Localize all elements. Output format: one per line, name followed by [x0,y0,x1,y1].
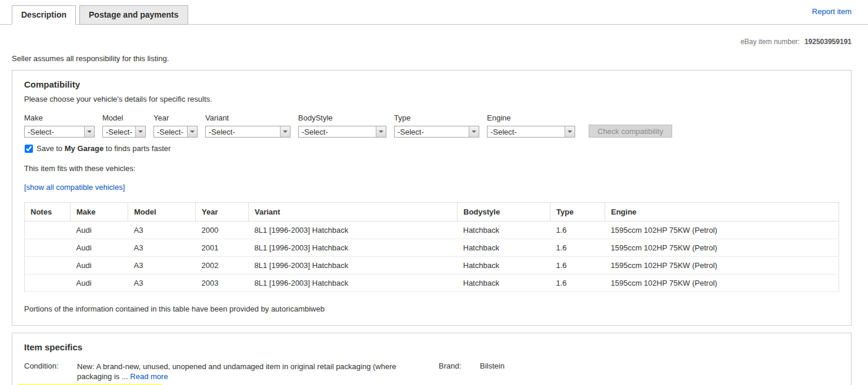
check-compatibility-button[interactable]: Check compatibility [589,125,672,138]
table-cell: Audi [71,222,128,239]
table-cell: 1595ccm 102HP 75KW (Petrol) [605,257,839,274]
table-row: Audi A3 2001 8L1 [1996-2003] Hatchback H… [25,239,839,257]
table-cell: 2001 [196,239,249,257]
make-select[interactable]: -Select- [24,126,95,138]
chevron-down-icon [376,126,386,137]
selector-model: Model -Select- [102,113,146,138]
type-label: Type [394,113,479,122]
model-select[interactable]: -Select- [102,126,146,138]
col-header-engine: Engine [605,203,839,222]
table-cell: Hatchback [458,222,550,239]
table-row: Audi A3 2000 8L1 [1996-2003] Hatchback H… [25,222,839,239]
report-item-link[interactable]: Report item [812,7,852,16]
brand-value: Bilstein [480,361,505,370]
selector-variant: Variant -Select- [205,113,291,138]
compatibility-table: Notes Make Model Year Variant Bodystyle … [24,202,839,292]
compatibility-title: Compatibility [24,79,839,89]
chevron-down-icon [469,126,479,137]
chevron-down-icon [565,126,575,137]
save-garage-row: Save to My Garage to finds parts faster [24,144,839,153]
table-cell: A3 [128,222,196,239]
condition-row: Condition: New: A brand-new, unused, uno… [24,361,839,381]
selector-type: Type -Select- [394,113,479,138]
save-garage-checkbox[interactable] [25,145,33,153]
seller-note: Seller assumes all responsibility for th… [12,54,868,63]
table-cell: 1.6 [550,239,605,257]
tab-bar: Description Postage and payments Report … [0,0,868,25]
read-more-link[interactable]: Read more [130,372,168,381]
compatibility-subtitle: Please choose your vehicle's details for… [24,95,839,103]
item-specifics-section: Item specifics Condition: New: A brand-n… [12,333,852,385]
table-row: Audi A3 2002 8L1 [1996-2003] Hatchback H… [25,257,839,274]
selector-make: Make -Select- [24,113,95,138]
save-garage-text: Save to My Garage to finds parts faster [36,144,171,153]
table-cell: 1595ccm 102HP 75KW (Petrol) [605,239,839,257]
selector-bodystyle: BodyStyle -Select- [298,113,386,138]
table-cell: A3 [128,239,196,257]
item-specifics-content: Condition: New: A brand-new, unused, uno… [24,361,839,385]
table-cell [25,222,71,239]
table-footnote: Portions of the information contained in… [24,304,839,313]
table-row: Audi A3 2003 8L1 [1996-2003] Hatchback H… [25,274,839,292]
col-header-model: Model [128,203,196,222]
type-select[interactable]: -Select- [394,126,479,138]
selector-year: Year -Select- [153,113,198,138]
table-cell: 2003 [196,274,249,292]
table-cell: A3 [128,274,196,292]
table-cell: 8L1 [1996-2003] Hatchback [249,257,458,274]
table-cell: Audi [71,274,128,292]
table-cell: 2002 [196,257,249,274]
engine-label: Engine [487,113,575,122]
year-select[interactable]: -Select- [153,126,198,138]
col-header-type: Type [550,203,605,222]
table-cell: 1.6 [550,222,605,239]
selector-engine: Engine -Select- [487,113,575,138]
table-cell: Audi [71,239,128,257]
make-label: Make [24,113,95,122]
table-cell: 8L1 [1996-2003] Hatchback [249,274,458,292]
table-cell: 1.6 [550,274,605,292]
condition-label: Condition: [24,361,77,370]
item-specifics-title: Item specifics [24,342,839,352]
col-header-make: Make [71,203,128,222]
col-header-notes: Notes [25,203,71,222]
col-header-bodystyle: Bodystyle [458,203,550,222]
table-cell: 8L1 [1996-2003] Hatchback [249,239,458,257]
engine-select[interactable]: -Select- [487,126,575,138]
col-header-year: Year [196,203,249,222]
chevron-down-icon [280,126,290,137]
table-cell: Audi [71,257,128,274]
table-cell [25,274,71,292]
table-cell: 1595ccm 102HP 75KW (Petrol) [605,222,839,239]
table-cell: 1595ccm 102HP 75KW (Petrol) [605,274,839,292]
variant-label: Variant [205,113,291,122]
chevron-down-icon [84,126,94,137]
model-label: Model [102,113,146,122]
bodystyle-label: BodyStyle [298,113,386,122]
fits-text: This item fits with these vehicles: [24,164,839,173]
table-header-row: Notes Make Model Year Variant Bodystyle … [25,203,839,222]
table-cell: 8L1 [1996-2003] Hatchback [249,222,458,239]
chevron-down-icon [135,126,145,137]
table-cell [25,239,71,257]
table-cell: Hatchback [458,239,550,257]
table-cell: 1.6 [550,257,605,274]
compatibility-section: Compatibility Please choose your vehicle… [12,70,852,326]
tab-postage-and-payments[interactable]: Postage and payments [79,5,188,25]
item-number-label: eBay item number: [740,38,800,46]
bodystyle-select[interactable]: -Select- [298,126,386,138]
show-all-compatible-vehicles-link[interactable]: [show all compatible vehicles] [24,183,125,192]
col-header-variant: Variant [249,203,458,222]
item-number-row: eBay item number:192503959191 [0,25,868,46]
variant-select[interactable]: -Select- [205,126,291,138]
condition-value: New: A brand-new, unused, unopened and u… [77,361,406,381]
table-cell [25,257,71,274]
table-cell: Hatchback [458,257,550,274]
item-number-value: 192503959191 [804,38,852,46]
year-label: Year [153,113,198,122]
chevron-down-icon [187,126,197,137]
table-cell: 2000 [196,222,249,239]
tab-description[interactable]: Description [12,5,76,25]
vehicle-selector-row: Make -Select- Model -Select- Year -Selec… [24,113,839,138]
table-cell: A3 [128,257,196,274]
